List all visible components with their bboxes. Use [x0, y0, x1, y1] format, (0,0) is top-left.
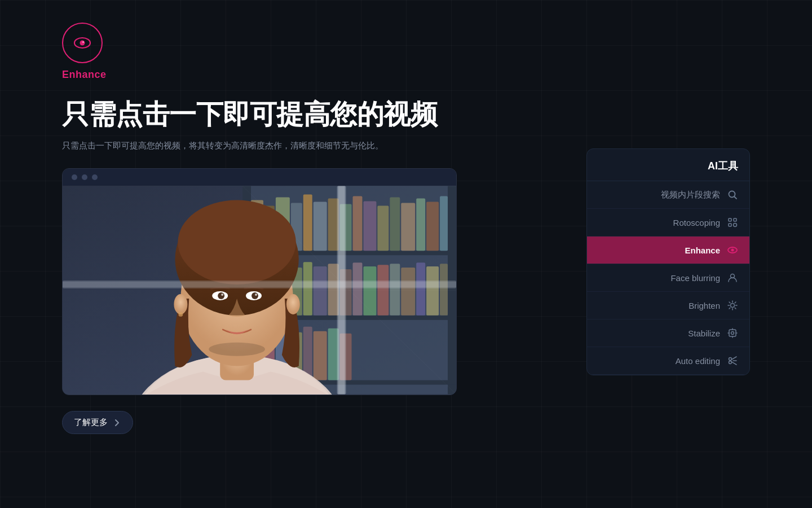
brand-name: Enhance	[62, 69, 107, 81]
svg-point-67	[209, 343, 265, 356]
logo-circle	[62, 23, 103, 63]
sidebar-item-stabilize-label: Stabilize	[688, 329, 720, 338]
left-content: 只需点击一下即可提高您的视频 只需点击一下即可提高您的视频，将其转变为高清晰度杰…	[62, 99, 564, 434]
video-frame	[63, 186, 456, 395]
video-preview-card	[62, 168, 457, 395]
video-titlebar	[63, 169, 456, 186]
svg-rect-23	[416, 199, 425, 251]
svg-line-98	[731, 362, 736, 365]
svg-rect-71	[63, 281, 456, 288]
stabilize-icon	[727, 327, 738, 339]
sidebar-item-search[interactable]: 视频内片段搜索	[587, 181, 749, 209]
svg-rect-35	[363, 266, 376, 316]
svg-rect-75	[729, 224, 731, 226]
chevron-right-icon	[112, 418, 121, 427]
scissors-icon	[727, 355, 738, 366]
sidebar-item-enhance[interactable]: Enhance	[587, 237, 749, 264]
svg-point-2	[82, 41, 84, 43]
svg-point-66	[178, 312, 183, 317]
svg-line-86	[735, 308, 736, 309]
ai-tools-sidebar: AI工具 视频内片段搜索 Rotoscoping	[586, 148, 750, 375]
svg-point-80	[731, 304, 735, 308]
svg-rect-41	[440, 264, 448, 316]
svg-point-1	[80, 41, 85, 46]
svg-point-76	[734, 224, 737, 227]
sidebar-item-auto-editing[interactable]: Auto editing	[587, 347, 749, 375]
svg-line-97	[731, 357, 736, 360]
svg-rect-30	[303, 262, 312, 316]
svg-rect-20	[377, 206, 389, 251]
svg-point-65	[286, 294, 300, 314]
logo-eye-icon	[72, 33, 92, 53]
sidebar-item-rotoscoping-label: Rotoscoping	[673, 218, 720, 227]
svg-rect-38	[401, 268, 415, 316]
svg-rect-73	[729, 218, 731, 221]
sidebar-item-auto-editing-label: Auto editing	[676, 356, 720, 366]
svg-rect-70	[337, 186, 346, 395]
svg-rect-39	[416, 262, 425, 316]
svg-point-64	[174, 294, 187, 314]
svg-rect-21	[390, 198, 400, 251]
svg-point-57	[178, 200, 295, 285]
svg-rect-25	[440, 196, 448, 251]
sidebar-item-search-label: 视频内片段搜索	[661, 190, 720, 200]
video-placeholder	[63, 186, 456, 395]
learn-more-button[interactable]: 了解更多	[62, 411, 133, 434]
sun-icon	[727, 300, 738, 311]
svg-rect-40	[426, 266, 439, 316]
svg-rect-14	[303, 195, 312, 251]
svg-line-87	[735, 302, 736, 303]
sidebar-item-face-blurring-label: Face blurring	[670, 273, 720, 283]
sidebar-item-enhance-label: Enhance	[685, 246, 720, 255]
search-icon	[727, 189, 738, 200]
svg-point-72	[729, 191, 735, 198]
sidebar-item-stabilize[interactable]: Stabilize	[587, 319, 749, 347]
logo-area: Enhance	[62, 23, 750, 81]
sidebar-item-rotoscoping[interactable]: Rotoscoping	[587, 209, 749, 237]
window-dot-2	[82, 174, 87, 180]
sidebar-header: AI工具	[587, 149, 749, 181]
svg-point-60	[218, 292, 224, 299]
svg-rect-15	[314, 202, 327, 251]
eye-icon	[727, 244, 738, 256]
svg-line-85	[729, 302, 730, 303]
svg-line-88	[729, 308, 730, 309]
svg-rect-24	[426, 202, 439, 251]
svg-point-90	[731, 332, 734, 335]
page-subtitle: 只需点击一下即可提高您的视频，将其转变为高清晰度杰作，清晰度和细节无与伦比。	[62, 139, 445, 152]
sidebar-item-face-blurring[interactable]: Face blurring	[587, 264, 749, 292]
svg-rect-19	[363, 202, 376, 251]
svg-point-78	[731, 249, 734, 252]
sidebar-item-brighten[interactable]: Brighten	[587, 292, 749, 319]
learn-more-label: 了解更多	[74, 417, 108, 428]
person-icon	[727, 272, 738, 283]
svg-rect-47	[314, 331, 327, 380]
sidebar-title: AI工具	[708, 160, 738, 172]
svg-rect-22	[401, 203, 415, 251]
portrait-svg	[63, 186, 456, 395]
svg-rect-18	[353, 196, 363, 251]
rotoscoping-icon	[727, 217, 738, 228]
svg-rect-37	[390, 264, 400, 316]
window-dot-1	[72, 174, 77, 180]
svg-point-63	[255, 294, 257, 296]
svg-rect-74	[734, 218, 736, 221]
svg-point-61	[251, 292, 258, 299]
svg-rect-34	[353, 262, 363, 316]
sidebar-item-brighten-label: Brighten	[689, 301, 720, 310]
svg-rect-31	[314, 266, 327, 316]
window-dot-3	[92, 174, 98, 180]
page-title: 只需点击一下即可提高您的视频	[62, 99, 564, 130]
svg-point-62	[221, 294, 223, 296]
svg-rect-89	[729, 330, 736, 336]
